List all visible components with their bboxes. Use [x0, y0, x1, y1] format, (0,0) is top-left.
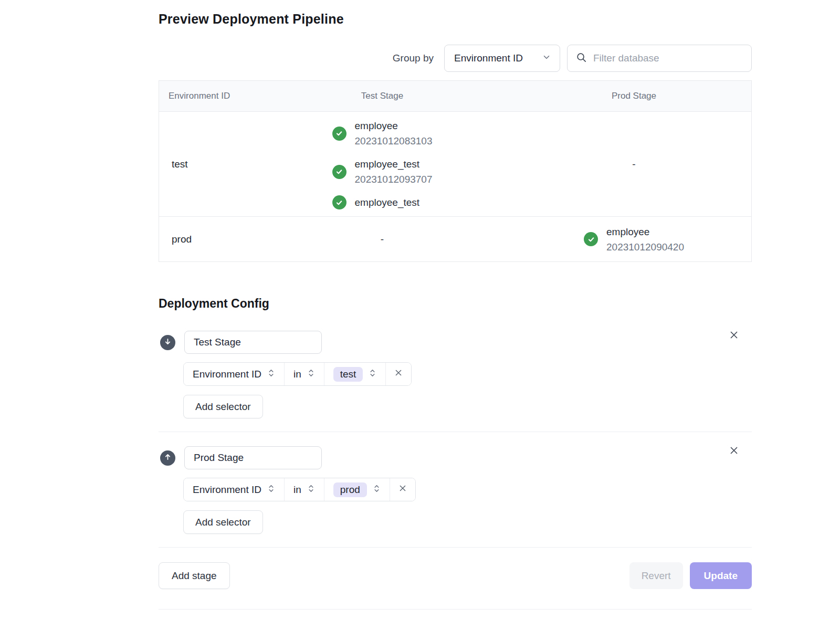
task-list: employee 20231012090420 [584, 224, 684, 255]
stage-divider [159, 432, 752, 432]
check-circle-icon [332, 195, 346, 209]
col-header-prod-stage: Prod Stage [517, 91, 751, 101]
remove-stage-button[interactable] [727, 444, 741, 458]
add-selector-button[interactable]: Add selector [183, 510, 263, 534]
task-name: employee_test [355, 156, 433, 172]
update-button[interactable]: Update [690, 562, 752, 589]
stage-name-input[interactable] [184, 446, 322, 469]
group-by-value: Environment ID [454, 52, 523, 64]
col-header-environment: Environment ID [159, 91, 248, 101]
selector-field-select[interactable]: Environment ID [184, 478, 285, 501]
chevron-updown-icon [373, 484, 381, 496]
selector-field-value: Environment ID [193, 369, 261, 380]
task-name: employee_test [355, 195, 420, 210]
selector-row: Environment ID in prod [183, 478, 752, 501]
move-stage-down-button[interactable] [160, 335, 175, 350]
task-list: employee 20231012083103 employee_test 20… [332, 118, 433, 210]
chevron-down-icon [542, 52, 551, 65]
stage-config-test: Environment ID in test [159, 331, 752, 418]
remove-stage-button[interactable] [727, 329, 741, 342]
move-stage-up-button[interactable] [160, 450, 175, 466]
chevron-updown-icon [307, 369, 315, 380]
search-icon [576, 52, 587, 65]
selector-value-select[interactable]: test [324, 363, 386, 385]
chevron-updown-icon [369, 369, 376, 380]
task-name: employee [355, 118, 433, 133]
task-item: employee_test [332, 195, 433, 210]
close-icon [728, 329, 740, 342]
footer-actions: Revert Update [629, 562, 752, 589]
task-version: 20231012090420 [606, 239, 684, 255]
chevron-updown-icon [307, 484, 315, 496]
main-content: Preview Deployment Pipeline Group by Env… [159, 0, 752, 610]
pipeline-toolbar: Group by Environment ID [159, 45, 752, 72]
arrow-up-icon [163, 453, 172, 463]
task-item: employee 20231012083103 [332, 118, 433, 149]
group-by-select[interactable]: Environment ID [444, 45, 560, 72]
page-title: Preview Deployment Pipeline [159, 12, 752, 27]
stage-config-prod: Environment ID in prod [159, 446, 752, 534]
arrow-down-icon [163, 337, 172, 348]
table-row: test employee 20231012083103 [159, 112, 751, 217]
close-icon [397, 483, 408, 496]
stage-name-input[interactable] [184, 331, 322, 354]
config-footer: Add stage Revert Update [159, 562, 752, 589]
selector-expression: Environment ID in test [183, 362, 412, 386]
deployment-config-title: Deployment Config [159, 297, 752, 311]
close-icon [728, 445, 740, 458]
remove-selector-button[interactable] [390, 478, 415, 501]
test-stage-cell: employee 20231012083103 employee_test 20… [248, 118, 517, 210]
prod-stage-cell: employee 20231012090420 [517, 224, 751, 255]
selector-operator-value: in [293, 484, 301, 496]
selector-field-select[interactable]: Environment ID [184, 363, 285, 385]
revert-button[interactable]: Revert [629, 562, 683, 589]
filter-database-box [567, 45, 752, 72]
task-version: 20231012083103 [355, 133, 433, 149]
check-circle-icon [584, 232, 598, 246]
bottom-divider [159, 609, 752, 610]
selector-value-tag: prod [333, 482, 367, 497]
test-stage-empty: - [248, 234, 517, 245]
environment-name: prod [159, 234, 248, 245]
selector-expression: Environment ID in prod [183, 478, 416, 501]
table-header-row: Environment ID Test Stage Prod Stage [159, 81, 751, 112]
pipeline-table: Environment ID Test Stage Prod Stage tes… [159, 80, 752, 262]
chevron-updown-icon [267, 369, 275, 380]
prod-stage-empty: - [517, 159, 751, 170]
col-header-test-stage: Test Stage [248, 91, 517, 101]
selector-field-value: Environment ID [193, 484, 261, 496]
remove-selector-button[interactable] [386, 363, 411, 385]
group-by-label: Group by [393, 52, 434, 64]
check-circle-icon [332, 165, 346, 179]
task-item: employee_test 20231012093707 [332, 156, 433, 187]
task-item: employee 20231012090420 [584, 224, 684, 255]
environment-name: test [159, 159, 248, 170]
selector-row: Environment ID in test [183, 362, 752, 386]
selector-value-select[interactable]: prod [324, 478, 390, 501]
stage-head [159, 446, 752, 469]
selector-operator-value: in [293, 369, 301, 380]
chevron-updown-icon [267, 484, 275, 496]
filter-database-input[interactable] [593, 52, 743, 64]
selector-value-tag: test [333, 367, 363, 382]
task-version: 20231012093707 [355, 172, 433, 187]
table-row: prod - employee 20231012090420 [159, 217, 751, 261]
add-stage-button[interactable]: Add stage [159, 562, 230, 589]
task-name: employee [606, 224, 684, 239]
add-selector-button[interactable]: Add selector [183, 395, 263, 418]
check-circle-icon [332, 127, 346, 141]
selector-operator-select[interactable]: in [285, 363, 324, 385]
selector-operator-select[interactable]: in [285, 478, 324, 501]
stage-divider [159, 547, 752, 548]
close-icon [393, 368, 404, 381]
stage-head [159, 331, 752, 354]
